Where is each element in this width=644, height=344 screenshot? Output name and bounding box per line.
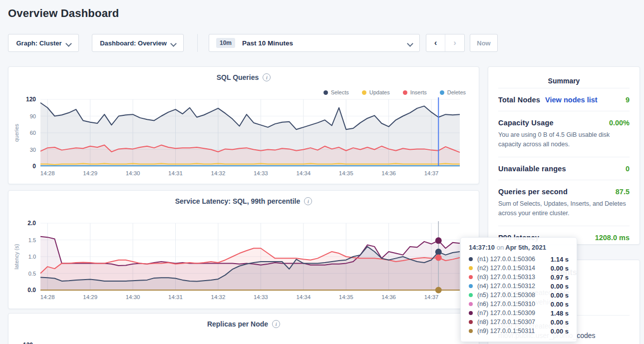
y-tick-label: 60: [30, 130, 36, 136]
replicas-per-node-card: Replicas per Node i: [8, 313, 479, 344]
legend-color-dot: [403, 90, 407, 95]
node-color-dot: [469, 275, 473, 279]
x-tick-label: 14:36: [381, 294, 396, 300]
x-tick-label: 14:31: [168, 170, 183, 176]
node-address: (n8) 127.0.0.1:50307: [477, 319, 535, 326]
total-nodes-label: Total Nodes: [498, 96, 540, 104]
tooltip-node-row: (n9) 127.0.0.1:503110.00 s: [469, 327, 569, 336]
info-icon[interactable]: i: [272, 320, 280, 328]
y-tick-label: 90: [30, 113, 36, 119]
p99-latency-value: 1208.0 ms: [595, 234, 630, 242]
hover-marker-dot: [435, 287, 442, 294]
chevron-down-icon: [171, 41, 176, 45]
x-tick-label: 14:35: [339, 294, 353, 300]
x-tick-label: 14:37: [424, 170, 439, 176]
now-button[interactable]: Now: [470, 34, 498, 52]
sql-queries-chart[interactable]: 14:2814:2914:3014:3114:3214:3314:3414:35…: [8, 95, 480, 184]
y-tick-label: 0.5: [28, 271, 36, 277]
node-latency-value: 0.00 s: [551, 283, 569, 290]
hover-marker-dot: [435, 237, 442, 244]
hover-marker-dot: [435, 249, 442, 255]
chart-hover-tooltip: 14:37:10 on Apr 5th, 2021 (n1) 127.0.0.1…: [460, 237, 577, 342]
previous-interval-button[interactable]: ‹: [426, 34, 445, 51]
dashboard-selector-label: Dashboard: Overview: [100, 39, 167, 47]
x-tick-label: 14:34: [296, 170, 311, 176]
node-latency-value: 1.14 s: [551, 256, 569, 263]
node-address: (n9) 127.0.0.1:50311: [477, 328, 535, 335]
service-latency-chart[interactable]: 14:2814:2914:3014:3114:3214:3314:3414:35…: [8, 219, 480, 308]
node-latency-value: 0.00 s: [551, 301, 569, 308]
service-latency-card: Service Latency: SQL, 99th percentile i …: [8, 190, 479, 309]
x-tick-label: 14:28: [40, 170, 55, 176]
node-address: (n4) 127.0.0.1:50312: [477, 283, 535, 290]
node-latency-value: 0.00 s: [551, 328, 569, 335]
node-color-dot: [469, 284, 473, 288]
dashboard-selector-dropdown[interactable]: Dashboard: Overview: [92, 34, 184, 52]
y-tick-label: 1.0: [28, 254, 36, 260]
x-tick-label: 14:32: [211, 294, 226, 300]
tooltip-node-row: (n3) 127.0.0.1:503130.97 s: [469, 273, 569, 282]
tooltip-node-row: (n6) 127.0.0.1:503100.00 s: [469, 300, 569, 309]
sql-queries-title: SQL Queries: [217, 73, 259, 81]
x-tick-label: 14:28: [40, 294, 55, 300]
y-tick-label: 0: [32, 163, 36, 170]
x-tick-label: 14:30: [126, 294, 140, 300]
y-axis-title: queries: [13, 123, 19, 142]
y-tick-label: 2.0: [27, 220, 36, 227]
replicas-per-node-title: Replicas per Node: [207, 320, 268, 328]
info-icon[interactable]: i: [263, 73, 271, 81]
time-range-badge: 10m: [216, 38, 235, 48]
graph-selector-dropdown[interactable]: Graph: Cluster: [8, 34, 79, 52]
unavailable-ranges-label: Unavailable ranges: [498, 165, 566, 173]
tooltip-node-row: (n8) 127.0.0.1:503070.00 s: [469, 318, 569, 327]
node-color-dot: [469, 320, 473, 324]
node-color-dot: [469, 329, 473, 333]
node-color-dot: [469, 302, 473, 306]
x-tick-label: 14:29: [83, 170, 97, 176]
legend-color-dot: [323, 90, 328, 95]
node-latency-value: 0.97 s: [551, 274, 569, 281]
x-tick-label: 14:32: [211, 170, 226, 176]
node-address: (n6) 127.0.0.1:50310: [477, 301, 535, 308]
service-latency-title: Service Latency: SQL, 99th percentile: [175, 197, 301, 205]
x-tick-label: 14:34: [296, 294, 311, 300]
next-interval-button[interactable]: ›: [445, 34, 464, 51]
info-icon[interactable]: i: [304, 197, 312, 205]
x-tick-label: 14:31: [168, 294, 183, 300]
y-tick-label: 0.0: [27, 287, 36, 294]
summary-title: Summary: [498, 67, 630, 88]
node-latency-value: 0.00 s: [551, 319, 569, 326]
unavailable-ranges-value: 0: [626, 165, 630, 173]
summary-panel: Summary Total Nodes View nodes list 9 Ca…: [488, 66, 640, 245]
view-nodes-list-link[interactable]: View nodes list: [545, 96, 598, 104]
graph-selector-label: Graph: Cluster: [16, 39, 61, 47]
capacity-usage-value: 0.00%: [609, 119, 630, 127]
summary-row-total-nodes: Total Nodes View nodes list 9: [498, 88, 630, 111]
y-tick-label: 1.5: [28, 237, 36, 243]
replicas-ymax-label: 120: [23, 342, 33, 344]
time-range-dropdown[interactable]: 10m Past 10 Minutes: [209, 34, 420, 52]
y-axis-title: latency (s): [13, 244, 19, 270]
summary-row-unavailable-ranges: Unavailable ranges 0: [498, 157, 630, 180]
capacity-usage-description: You are using 0 B of 4.5 GiB usable disk…: [498, 130, 630, 150]
toolbar-divider: [197, 34, 198, 52]
node-latency-value: 1.48 s: [551, 310, 569, 317]
node-address: (n5) 127.0.0.1:50308: [477, 292, 535, 299]
x-tick-label: 14:35: [339, 170, 353, 176]
overview-dashboard-page: Overview Dashboard Graph: Cluster Dashbo…: [0, 0, 644, 344]
page-title: Overview Dashboard: [8, 7, 119, 20]
tooltip-node-row: (n4) 127.0.0.1:503120.00 s: [469, 282, 569, 291]
tooltip-node-row: (n5) 127.0.0.1:503080.00 s: [469, 291, 569, 300]
total-nodes-value: 9: [626, 96, 630, 104]
x-tick-label: 14:33: [254, 170, 268, 176]
qps-description: Sum of Selects, Updates, Inserts, and De…: [498, 199, 630, 219]
time-range-label: Past 10 Minutes: [242, 39, 293, 47]
tooltip-node-row: (n7) 127.0.0.1:503091.48 s: [469, 309, 569, 318]
node-latency-value: 0.00 s: [551, 292, 569, 299]
x-tick-label: 14:33: [254, 294, 268, 300]
x-tick-label: 14:36: [381, 170, 396, 176]
summary-row-capacity: Capacity Usage 0.00% You are using 0 B o…: [498, 111, 630, 157]
node-address: (n1) 127.0.0.1:50306: [477, 256, 535, 263]
qps-label: Queries per second: [498, 188, 568, 196]
legend-color-dot: [362, 90, 366, 95]
